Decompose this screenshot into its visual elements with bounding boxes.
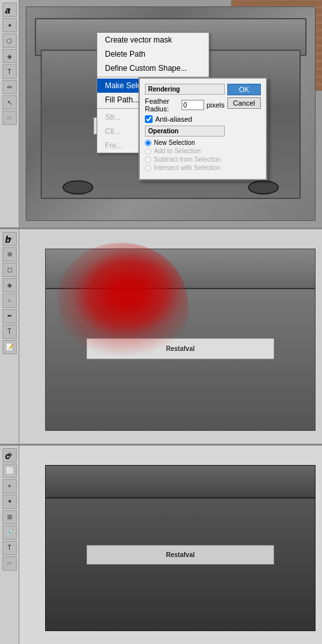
main-container: a ⌖ ✦ ⬡ ◈ T ✏ ↖ ☞ Re C (0, 0, 322, 644)
feather-radius-input[interactable] (182, 100, 204, 110)
section-a: a ⌖ ✦ ⬡ ◈ T ✏ ↖ ☞ Re C (0, 0, 322, 227)
bin-label-c: Restafval (86, 545, 275, 565)
intersect-with-selection-item: Intersect with Selection (145, 164, 225, 171)
marquee-tool-icon[interactable]: ⬜ (3, 464, 17, 478)
type-c-icon[interactable]: T (3, 541, 17, 555)
subtract-from-selection-item: Subtract from Selection (145, 156, 225, 163)
section-c-label: c (5, 451, 10, 461)
crop-icon[interactable]: ⬡ (3, 33, 17, 48)
type-b-icon[interactable]: T (3, 325, 17, 339)
anti-aliased-label: Anti-aliased (155, 115, 192, 123)
subtract-from-selection-radio (145, 156, 151, 163)
operation-label: Operation (145, 126, 225, 137)
anti-aliased-checkbox[interactable] (145, 115, 153, 123)
type-tool-icon[interactable]: T (3, 64, 17, 79)
eyedropper-icon[interactable]: 💉 (3, 526, 17, 540)
slice-icon[interactable]: ◈ (3, 49, 17, 63)
section-c: c ✥ ⬜ ⌖ ✦ ⊞ 💉 T ☞ Restafval (0, 446, 322, 644)
pixels-label: pixels (207, 101, 225, 109)
intersect-with-selection-radio (145, 165, 151, 171)
rendering-label: Rendering (145, 84, 225, 95)
toolbar-c: ✥ ⬜ ⌖ ✦ ⊞ 💉 T ☞ (0, 446, 19, 644)
dialog-cancel-button[interactable]: Cancel (227, 97, 261, 109)
crop-c-icon[interactable]: ⊞ (3, 510, 17, 524)
bin-body-c-inner: Restafval (46, 498, 315, 630)
feather-radius-row: Feather Radius: pixels (145, 97, 225, 113)
menu-create-vector-mask[interactable]: Create vector mask (97, 33, 209, 47)
menu-delete-path[interactable]: Delete Path (97, 47, 209, 61)
new-selection-label: New Selection (154, 139, 195, 146)
hand-tool-icon[interactable]: ☞ (3, 111, 17, 125)
notes-icon[interactable]: 📝 (3, 340, 17, 354)
canvas-c: Restafval (19, 446, 322, 644)
anti-aliased-row: Anti-aliased (145, 115, 225, 123)
add-to-selection-label: Add to Selection (154, 147, 201, 155)
hand-c-icon[interactable]: ☞ (3, 556, 17, 571)
pen-tool-icon[interactable]: ✏ (3, 80, 17, 94)
add-to-selection-radio (145, 148, 151, 155)
operation-radio-group: New Selection Add to Selection Subtract … (145, 139, 225, 171)
bin-lid-c (46, 466, 315, 498)
toolbar-a: ⌖ ✦ ⬡ ◈ T ✏ ↖ ☞ (0, 0, 19, 227)
section-a-label: a (5, 5, 10, 15)
path-select-icon[interactable]: ↖ (3, 95, 17, 109)
canvas-b: Restafval (19, 229, 322, 444)
dialog-buttons: OK Cancel (227, 84, 261, 174)
dialog-fields: Rendering Feather Radius: pixels Anti-al… (145, 84, 225, 174)
toolbar-b: ✏ ⊕ ◻ ◈ ○ ✒ T 📝 (0, 229, 19, 444)
add-to-selection-item: Add to Selection (145, 147, 225, 155)
new-selection-item: New Selection (145, 139, 225, 146)
magic-wand-icon[interactable]: ✦ (3, 18, 17, 32)
subtract-from-selection-label: Subtract from Selection (154, 156, 221, 163)
wand-c-icon[interactable]: ✦ (3, 495, 17, 509)
bin-wheel-right-a (248, 180, 279, 195)
stamp-tool-icon[interactable]: ⊕ (3, 247, 17, 261)
canvas-a: Re Create vector mask Delete Path Define… (19, 0, 322, 227)
section-b-label: b (5, 234, 11, 245)
bin-wheel-left-a (62, 180, 93, 195)
intersect-with-selection-label: Intersect with Selection (154, 164, 220, 171)
gradient-tool-icon[interactable]: ◈ (3, 278, 17, 292)
lasso-c-icon[interactable]: ⌖ (3, 479, 17, 493)
make-selection-dialog: Rendering Feather Radius: pixels Anti-al… (138, 77, 267, 180)
trash-bin-c: Restafval (45, 465, 316, 631)
pen-b-icon[interactable]: ✒ (3, 309, 17, 323)
dialog-main-content: Rendering Feather Radius: pixels Anti-al… (145, 84, 261, 174)
dodge-tool-icon[interactable]: ○ (3, 294, 17, 308)
section-b: b ✏ ⊕ ◻ ◈ ○ ✒ T 📝 Restafval (0, 229, 322, 444)
menu-define-custom-shape[interactable]: Define Custom Shape... (97, 61, 209, 75)
dialog-ok-button[interactable]: OK (227, 84, 261, 95)
eraser-tool-icon[interactable]: ◻ (3, 263, 17, 277)
feather-radius-label: Feather Radius: (145, 97, 179, 113)
new-selection-radio[interactable] (145, 140, 151, 146)
